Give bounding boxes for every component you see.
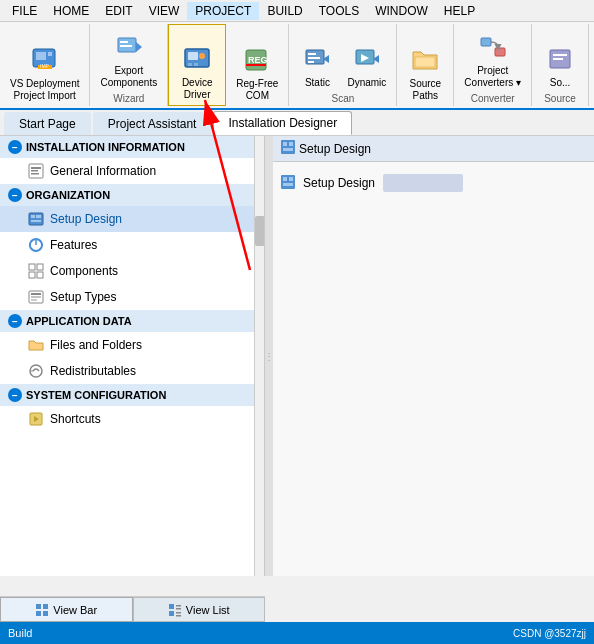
scrollbar-thumb[interactable] [255, 216, 265, 246]
svg-rect-38 [29, 264, 35, 270]
setup-design-icon [28, 211, 44, 227]
setup-design-text: Setup Design [50, 212, 122, 226]
svg-rect-37 [31, 220, 41, 222]
application-data-icon: − [8, 314, 22, 328]
svg-rect-33 [31, 173, 39, 175]
svg-rect-50 [283, 142, 287, 146]
ribbon-group-export: Export Components Wizard [90, 24, 168, 106]
tab-installation-designer[interactable]: Installation Designer [213, 111, 352, 135]
section-organization: − ORGANIZATION [0, 184, 264, 206]
svg-rect-32 [31, 170, 38, 172]
scan-label: Scan [331, 93, 354, 104]
left-panel-scrollbar[interactable] [254, 136, 264, 576]
svg-text:IMP: IMP [40, 63, 50, 69]
menu-project[interactable]: PROJECT [187, 2, 259, 20]
view-bar-tab[interactable]: View Bar [0, 597, 133, 622]
nav-redistributables[interactable]: Redistributables [0, 358, 264, 384]
tab-start-page[interactable]: Start Page [4, 112, 91, 135]
source-label: Source [544, 93, 576, 104]
svg-rect-12 [194, 63, 198, 66]
view-bar-icon [35, 603, 49, 617]
menu-bar: FILE HOME EDIT VIEW PROJECT BUILD TOOLS … [0, 0, 594, 22]
svg-rect-51 [289, 142, 293, 146]
tab-row: Start Page Project Assistant Installatio… [0, 110, 594, 136]
application-data-label: APPLICATION DATA [26, 315, 132, 327]
source-paths-icon [409, 44, 441, 76]
svg-rect-2 [48, 52, 52, 56]
redistributables-text: Redistributables [50, 364, 136, 378]
svg-rect-35 [31, 215, 35, 218]
menu-home[interactable]: HOME [45, 2, 97, 20]
export-components-label: Export Components [100, 65, 157, 89]
nav-components[interactable]: Components [0, 258, 264, 284]
svg-rect-39 [37, 264, 43, 270]
svg-marker-5 [136, 42, 142, 52]
svg-rect-55 [289, 177, 293, 181]
source-paths-button[interactable]: Source Paths [403, 42, 447, 104]
view-list-tab[interactable]: View List [133, 597, 266, 622]
system-configuration-label: SYSTEM CONFIGURATION [26, 389, 166, 401]
right-panel-header-icon [281, 140, 295, 157]
system-config-icon: − [8, 388, 22, 402]
source-co-button[interactable]: So... [538, 41, 582, 91]
menu-file[interactable]: FILE [4, 2, 45, 20]
right-panel-header: Setup Design [273, 136, 594, 162]
nav-general-information[interactable]: General Information [0, 158, 264, 184]
status-bar: Build CSDN @3527zjj [0, 622, 594, 644]
static-button[interactable]: Static [295, 41, 339, 91]
general-information-icon [28, 163, 44, 179]
nav-setup-design[interactable]: Setup Design [0, 206, 264, 232]
svg-rect-40 [29, 272, 35, 278]
features-icon [28, 237, 44, 253]
device-driver-button[interactable]: Device Driver [175, 41, 219, 103]
tab-project-assistant[interactable]: Project Assistant [93, 112, 212, 135]
menu-tools[interactable]: TOOLS [311, 2, 367, 20]
section-application-data: − APPLICATION DATA [0, 310, 264, 332]
reg-free-com-button[interactable]: REG Reg-Free COM [232, 42, 282, 104]
svg-rect-63 [176, 608, 181, 610]
organization-icon: − [8, 188, 22, 202]
menu-edit[interactable]: EDIT [97, 2, 140, 20]
shortcuts-text: Shortcuts [50, 412, 101, 426]
design-label-placeholder [383, 174, 463, 192]
nav-files-and-folders[interactable]: Files and Folders [0, 332, 264, 358]
svg-rect-41 [37, 272, 43, 278]
menu-window[interactable]: WINDOW [367, 2, 436, 20]
view-bar-label: View Bar [53, 604, 97, 616]
vs-deployment-icon: IMP [29, 44, 61, 76]
svg-rect-65 [176, 612, 181, 614]
device-driver-label: Device Driver [182, 77, 213, 101]
section-system-configuration: − SYSTEM CONFIGURATION [0, 384, 264, 406]
svg-text:REG: REG [248, 55, 268, 65]
export-components-button[interactable]: Export Components [96, 29, 161, 91]
installation-information-label: INSTALLATION INFORMATION [26, 141, 185, 153]
vs-deployment-button[interactable]: IMP VS Deployment Project Import [6, 42, 83, 104]
converter-label: Converter [471, 93, 515, 104]
svg-rect-66 [176, 615, 181, 617]
dynamic-button[interactable]: Dynamic [343, 41, 390, 91]
project-converters-button[interactable]: Project Converters ▾ [460, 29, 525, 91]
menu-view[interactable]: VIEW [141, 2, 188, 20]
static-icon [301, 43, 333, 75]
svg-rect-45 [31, 299, 37, 301]
svg-rect-56 [283, 183, 293, 186]
svg-rect-59 [36, 611, 41, 616]
reg-free-com-label: Reg-Free COM [236, 78, 278, 102]
resize-handle[interactable]: ⋮ [265, 136, 273, 576]
setup-types-text: Setup Types [50, 290, 117, 304]
setup-types-icon [28, 289, 44, 305]
files-and-folders-text: Files and Folders [50, 338, 142, 352]
nav-setup-types[interactable]: Setup Types [0, 284, 264, 310]
menu-build[interactable]: BUILD [259, 2, 310, 20]
nav-shortcuts[interactable]: Shortcuts [0, 406, 264, 432]
status-bar-text: Build [8, 627, 32, 639]
svg-rect-6 [120, 41, 128, 43]
nav-features[interactable]: Features [0, 232, 264, 258]
files-and-folders-icon [28, 337, 44, 353]
project-converters-icon [477, 31, 509, 63]
svg-rect-24 [415, 57, 435, 67]
ribbon-group-source-co: So... Source [532, 24, 589, 106]
svg-rect-60 [43, 611, 48, 616]
right-panel-title: Setup Design [299, 142, 371, 156]
menu-help[interactable]: HELP [436, 2, 483, 20]
